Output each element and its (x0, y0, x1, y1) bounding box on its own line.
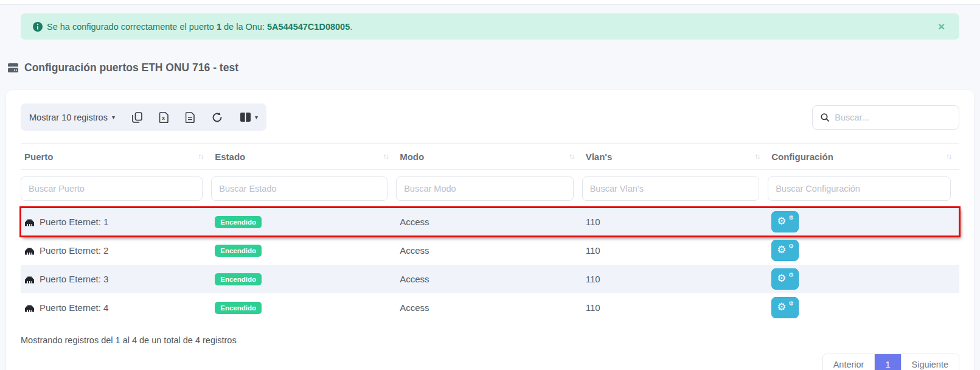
port-label: Puerto Eternet: 4 (40, 302, 108, 313)
show-entries-label: Mostrar 10 registros (29, 113, 108, 122)
filter-configuracion-input[interactable] (768, 176, 951, 201)
chevron-down-icon: ▾ (112, 114, 115, 120)
info-circle-icon (33, 22, 43, 32)
configure-port-button[interactable]: ⚙ ⚙ (771, 297, 799, 318)
ethernet-icon (24, 304, 35, 312)
sort-icon[interactable]: ↑↓ (569, 152, 574, 161)
table-filter-row (21, 170, 959, 208)
filter-vlans-input[interactable] (582, 176, 760, 201)
column-header-modo[interactable]: Modo ↑↓ (396, 152, 582, 162)
chevron-down-icon: ▾ (255, 114, 258, 120)
cogs-icon: ⚙ (788, 301, 794, 307)
pagination: Anterior 1 Siguiente (822, 354, 959, 370)
page-title-text: Configuración puertos ETH ONU 716 - test (24, 61, 238, 74)
vlan-value: 110 (582, 245, 768, 256)
mode-value: Access (396, 302, 582, 313)
cogs-icon: ⚙ (788, 272, 794, 278)
column-header-vlans[interactable]: Vlan's ↑↓ (582, 152, 768, 162)
cogs-icon: ⚙ (777, 216, 786, 226)
copy-button[interactable] (132, 112, 142, 123)
ethernet-icon (24, 246, 35, 255)
filter-modo-input[interactable] (396, 176, 574, 201)
pagination-previous-button[interactable]: Anterior (823, 354, 875, 370)
table-info-text: Mostrando registros del 1 al 4 de un tot… (21, 335, 959, 345)
cogs-icon: ⚙ (788, 243, 794, 250)
columns-icon (240, 112, 251, 122)
hdd-icon (7, 63, 19, 73)
refresh-icon (212, 112, 223, 123)
status-badge: Encendido (215, 245, 262, 257)
pagination-page-1-button[interactable]: 1 (874, 354, 900, 370)
alert-port-number: 1 (217, 22, 221, 32)
search-input[interactable] (835, 113, 951, 122)
alert-close-icon[interactable]: × (936, 21, 947, 32)
ethernet-icon (24, 218, 35, 226)
pagination-next-button[interactable]: Siguiente (901, 354, 959, 370)
configure-port-button[interactable]: ⚙ ⚙ (771, 268, 799, 290)
mode-value: Access (396, 274, 582, 284)
sort-icon[interactable]: ↑↓ (383, 152, 387, 161)
filter-estado-input[interactable] (211, 176, 387, 201)
file-text-icon (186, 112, 195, 123)
table-row[interactable]: Puerto Eternet: 1 Encendido Access 110 ⚙… (21, 208, 959, 236)
column-header-label: Vlan's (586, 152, 613, 162)
table-header-row: Puerto ↑↓ Estado ↑↓ Modo ↑↓ Vlan's ↑↓ Co… (21, 143, 959, 170)
column-header-puerto[interactable]: Puerto ↑↓ (21, 152, 211, 162)
configure-port-button[interactable]: ⚙ ⚙ (771, 211, 799, 232)
status-badge: Encendido (215, 302, 262, 314)
search-icon (821, 113, 829, 122)
ethernet-icon (24, 275, 35, 284)
table-search (812, 105, 959, 130)
export-excel-button[interactable]: x (159, 112, 169, 123)
file-excel-icon: x (159, 112, 169, 123)
sort-icon[interactable]: ↑↓ (946, 152, 951, 161)
alert-message: Se ha configurado correctamente el puert… (47, 22, 352, 32)
column-header-label: Modo (400, 152, 424, 162)
cogs-icon: ⚙ (777, 302, 786, 312)
vlan-value: 110 (582, 217, 768, 227)
status-badge: Encendido (215, 273, 262, 285)
pagination-container: Anterior 1 Siguiente (21, 354, 959, 370)
cogs-icon: ⚙ (777, 273, 786, 284)
table-row[interactable]: Puerto Eternet: 3 Encendido Access 110 ⚙… (21, 265, 959, 293)
port-label: Puerto Eternet: 2 (40, 245, 108, 256)
cogs-icon: ⚙ (777, 245, 786, 255)
port-label: Puerto Eternet: 1 (40, 217, 108, 227)
status-badge: Encendido (215, 216, 262, 228)
vlan-value: 110 (582, 274, 768, 284)
column-header-label: Estado (215, 152, 245, 162)
column-header-label: Puerto (24, 152, 54, 162)
mode-value: Access (396, 217, 582, 227)
sort-icon[interactable]: ↑↓ (198, 152, 203, 161)
success-alert: Se ha configurado correctamente el puert… (21, 13, 959, 40)
ports-table: Puerto ↑↓ Estado ↑↓ Modo ↑↓ Vlan's ↑↓ Co… (21, 143, 959, 322)
copy-icon (132, 112, 142, 123)
column-header-configuracion[interactable]: Configuración ↑↓ (768, 152, 959, 162)
table-row[interactable]: Puerto Eternet: 4 Encendido Access 110 ⚙… (21, 293, 959, 322)
toolbar-button-group: Mostrar 10 registros ▾ x (21, 103, 266, 131)
cogs-icon: ⚙ (788, 215, 794, 221)
export-file-button[interactable] (186, 112, 195, 123)
column-visibility-button[interactable]: ▾ (240, 112, 258, 122)
alert-onu-id: 5A544547C1D08005 (267, 22, 350, 32)
vlan-value: 110 (582, 302, 768, 313)
mode-value: Access (396, 245, 582, 256)
filter-puerto-input[interactable] (21, 176, 203, 201)
column-header-label: Configuración (771, 152, 833, 162)
page-title: Configuración puertos ETH ONU 716 - test (7, 61, 980, 74)
table-row[interactable]: Puerto Eternet: 2 Encendido Access 110 ⚙… (21, 236, 959, 265)
port-label: Puerto Eternet: 3 (40, 274, 108, 284)
refresh-button[interactable] (212, 112, 223, 123)
top-navbar-edge (0, 0, 980, 5)
svg-text:x: x (162, 115, 165, 121)
configure-port-button[interactable]: ⚙ ⚙ (771, 240, 799, 261)
table-toolbar: Mostrar 10 registros ▾ x (21, 103, 959, 131)
column-header-estado[interactable]: Estado ↑↓ (211, 152, 396, 162)
sort-icon[interactable]: ↑↓ (754, 152, 759, 161)
show-entries-dropdown[interactable]: Mostrar 10 registros ▾ (29, 113, 115, 122)
ports-table-card: Mostrar 10 registros ▾ x (6, 90, 974, 370)
